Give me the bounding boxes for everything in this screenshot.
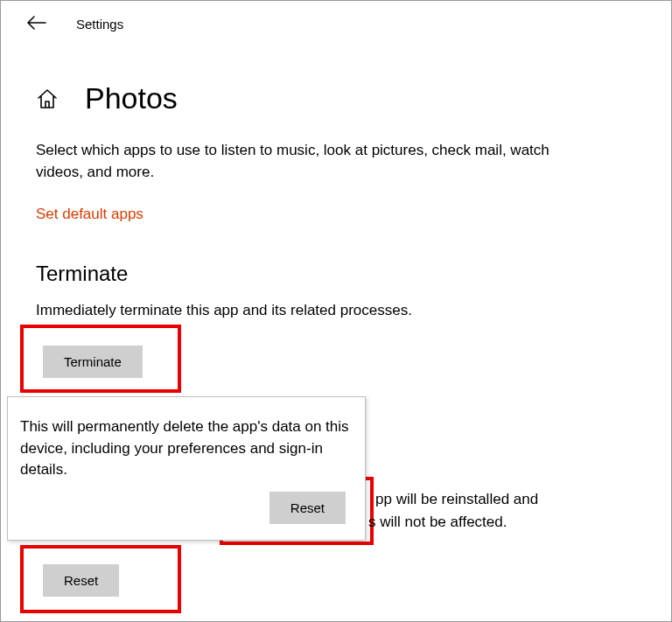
back-arrow-icon[interactable] xyxy=(27,15,46,32)
reset-bg-text-line1: pp will be reinstalled and xyxy=(375,489,538,511)
title-row: Photos xyxy=(36,81,636,115)
terminate-heading: Terminate xyxy=(36,262,636,286)
reset-button[interactable]: Reset xyxy=(43,564,119,597)
set-default-apps-link[interactable]: Set default apps xyxy=(36,206,144,223)
terminate-button[interactable]: Terminate xyxy=(43,346,143,378)
header: Settings xyxy=(1,1,671,43)
header-title: Settings xyxy=(76,17,123,31)
reset-confirm-button[interactable]: Reset xyxy=(270,492,346,524)
page-title: Photos xyxy=(85,81,178,115)
content: Photos Select which apps to use to liste… xyxy=(1,43,671,319)
reset-bg-text-line2: s will not be affected. xyxy=(368,512,507,534)
reset-confirm-text: This will permanently delete the app's d… xyxy=(20,416,353,481)
terminate-description: Immediately terminate this app and its r… xyxy=(36,302,636,319)
home-icon xyxy=(36,87,59,110)
page-description: Select which apps to use to listen to mu… xyxy=(36,140,596,183)
reset-confirm-popup: This will permanently delete the app's d… xyxy=(7,396,366,541)
settings-window: Settings Photos Select which apps to use… xyxy=(0,0,672,622)
